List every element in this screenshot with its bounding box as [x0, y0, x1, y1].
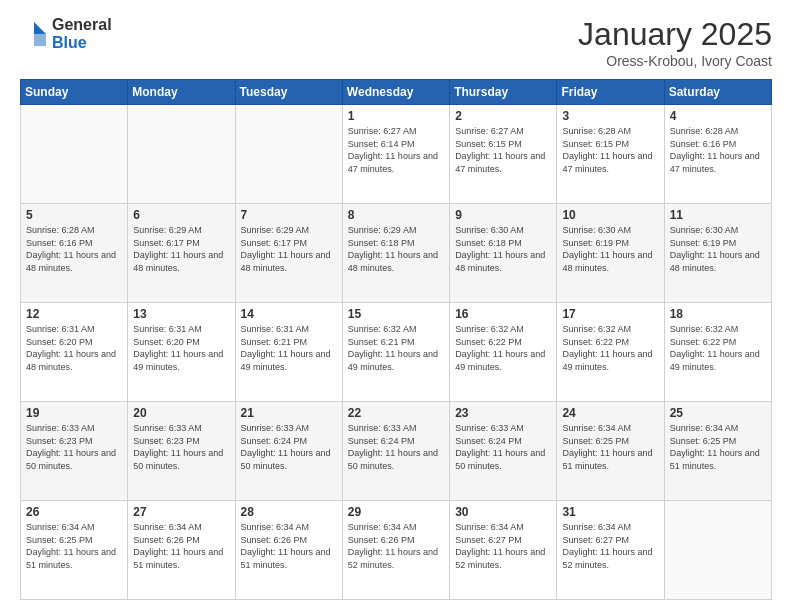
week-row-5: 26Sunrise: 6:34 AM Sunset: 6:25 PM Dayli… [21, 501, 772, 600]
day-info: Sunrise: 6:33 AM Sunset: 6:24 PM Dayligh… [241, 422, 337, 472]
calendar-cell: 4Sunrise: 6:28 AM Sunset: 6:16 PM Daylig… [664, 105, 771, 204]
logo-general-label: General [52, 16, 112, 34]
day-number: 30 [455, 505, 551, 519]
day-number: 10 [562, 208, 658, 222]
day-number: 7 [241, 208, 337, 222]
day-info: Sunrise: 6:34 AM Sunset: 6:26 PM Dayligh… [241, 521, 337, 571]
svg-marker-1 [34, 34, 46, 46]
day-number: 11 [670, 208, 766, 222]
calendar-cell: 30Sunrise: 6:34 AM Sunset: 6:27 PM Dayli… [450, 501, 557, 600]
day-number: 22 [348, 406, 444, 420]
header-wednesday: Wednesday [342, 80, 449, 105]
day-number: 26 [26, 505, 122, 519]
day-info: Sunrise: 6:34 AM Sunset: 6:27 PM Dayligh… [455, 521, 551, 571]
calendar-cell: 27Sunrise: 6:34 AM Sunset: 6:26 PM Dayli… [128, 501, 235, 600]
week-row-1: 1Sunrise: 6:27 AM Sunset: 6:14 PM Daylig… [21, 105, 772, 204]
day-info: Sunrise: 6:34 AM Sunset: 6:25 PM Dayligh… [562, 422, 658, 472]
calendar-cell: 24Sunrise: 6:34 AM Sunset: 6:25 PM Dayli… [557, 402, 664, 501]
header-tuesday: Tuesday [235, 80, 342, 105]
calendar-cell: 2Sunrise: 6:27 AM Sunset: 6:15 PM Daylig… [450, 105, 557, 204]
calendar-cell [21, 105, 128, 204]
calendar-cell: 23Sunrise: 6:33 AM Sunset: 6:24 PM Dayli… [450, 402, 557, 501]
calendar-cell: 9Sunrise: 6:30 AM Sunset: 6:18 PM Daylig… [450, 204, 557, 303]
day-info: Sunrise: 6:31 AM Sunset: 6:21 PM Dayligh… [241, 323, 337, 373]
calendar-cell: 11Sunrise: 6:30 AM Sunset: 6:19 PM Dayli… [664, 204, 771, 303]
calendar-cell: 16Sunrise: 6:32 AM Sunset: 6:22 PM Dayli… [450, 303, 557, 402]
calendar-cell: 8Sunrise: 6:29 AM Sunset: 6:18 PM Daylig… [342, 204, 449, 303]
day-info: Sunrise: 6:30 AM Sunset: 6:19 PM Dayligh… [562, 224, 658, 274]
calendar-cell: 13Sunrise: 6:31 AM Sunset: 6:20 PM Dayli… [128, 303, 235, 402]
day-number: 27 [133, 505, 229, 519]
day-info: Sunrise: 6:33 AM Sunset: 6:23 PM Dayligh… [133, 422, 229, 472]
day-number: 25 [670, 406, 766, 420]
day-number: 8 [348, 208, 444, 222]
day-number: 31 [562, 505, 658, 519]
calendar-cell: 20Sunrise: 6:33 AM Sunset: 6:23 PM Dayli… [128, 402, 235, 501]
calendar-cell: 31Sunrise: 6:34 AM Sunset: 6:27 PM Dayli… [557, 501, 664, 600]
calendar-cell: 17Sunrise: 6:32 AM Sunset: 6:22 PM Dayli… [557, 303, 664, 402]
svg-marker-0 [34, 22, 46, 34]
day-number: 29 [348, 505, 444, 519]
generalblue-logo-icon [20, 20, 48, 48]
calendar-cell: 10Sunrise: 6:30 AM Sunset: 6:19 PM Dayli… [557, 204, 664, 303]
header: General Blue January 2025 Oress-Krobou, … [20, 16, 772, 69]
calendar-cell: 26Sunrise: 6:34 AM Sunset: 6:25 PM Dayli… [21, 501, 128, 600]
day-info: Sunrise: 6:30 AM Sunset: 6:19 PM Dayligh… [670, 224, 766, 274]
calendar-cell [664, 501, 771, 600]
day-info: Sunrise: 6:34 AM Sunset: 6:25 PM Dayligh… [670, 422, 766, 472]
day-info: Sunrise: 6:30 AM Sunset: 6:18 PM Dayligh… [455, 224, 551, 274]
week-row-2: 5Sunrise: 6:28 AM Sunset: 6:16 PM Daylig… [21, 204, 772, 303]
day-number: 20 [133, 406, 229, 420]
calendar-cell: 7Sunrise: 6:29 AM Sunset: 6:17 PM Daylig… [235, 204, 342, 303]
day-info: Sunrise: 6:32 AM Sunset: 6:22 PM Dayligh… [455, 323, 551, 373]
logo-blue-label: Blue [52, 34, 112, 52]
week-row-4: 19Sunrise: 6:33 AM Sunset: 6:23 PM Dayli… [21, 402, 772, 501]
day-number: 28 [241, 505, 337, 519]
day-info: Sunrise: 6:31 AM Sunset: 6:20 PM Dayligh… [133, 323, 229, 373]
day-info: Sunrise: 6:27 AM Sunset: 6:15 PM Dayligh… [455, 125, 551, 175]
day-number: 9 [455, 208, 551, 222]
day-number: 14 [241, 307, 337, 321]
calendar-cell: 19Sunrise: 6:33 AM Sunset: 6:23 PM Dayli… [21, 402, 128, 501]
day-number: 21 [241, 406, 337, 420]
day-number: 5 [26, 208, 122, 222]
day-info: Sunrise: 6:29 AM Sunset: 6:17 PM Dayligh… [133, 224, 229, 274]
day-info: Sunrise: 6:27 AM Sunset: 6:14 PM Dayligh… [348, 125, 444, 175]
header-friday: Friday [557, 80, 664, 105]
header-saturday: Saturday [664, 80, 771, 105]
day-number: 17 [562, 307, 658, 321]
day-number: 4 [670, 109, 766, 123]
calendar-cell [128, 105, 235, 204]
calendar-cell: 22Sunrise: 6:33 AM Sunset: 6:24 PM Dayli… [342, 402, 449, 501]
calendar-title: January 2025 [578, 16, 772, 53]
header-sunday: Sunday [21, 80, 128, 105]
calendar-table: Sunday Monday Tuesday Wednesday Thursday… [20, 79, 772, 600]
day-number: 23 [455, 406, 551, 420]
calendar-cell: 29Sunrise: 6:34 AM Sunset: 6:26 PM Dayli… [342, 501, 449, 600]
calendar-cell: 6Sunrise: 6:29 AM Sunset: 6:17 PM Daylig… [128, 204, 235, 303]
day-number: 1 [348, 109, 444, 123]
calendar-cell: 5Sunrise: 6:28 AM Sunset: 6:16 PM Daylig… [21, 204, 128, 303]
calendar-cell: 15Sunrise: 6:32 AM Sunset: 6:21 PM Dayli… [342, 303, 449, 402]
day-number: 2 [455, 109, 551, 123]
day-info: Sunrise: 6:28 AM Sunset: 6:16 PM Dayligh… [26, 224, 122, 274]
day-info: Sunrise: 6:34 AM Sunset: 6:27 PM Dayligh… [562, 521, 658, 571]
calendar-cell: 12Sunrise: 6:31 AM Sunset: 6:20 PM Dayli… [21, 303, 128, 402]
day-number: 16 [455, 307, 551, 321]
day-info: Sunrise: 6:28 AM Sunset: 6:16 PM Dayligh… [670, 125, 766, 175]
day-info: Sunrise: 6:34 AM Sunset: 6:25 PM Dayligh… [26, 521, 122, 571]
day-info: Sunrise: 6:32 AM Sunset: 6:22 PM Dayligh… [670, 323, 766, 373]
day-info: Sunrise: 6:28 AM Sunset: 6:15 PM Dayligh… [562, 125, 658, 175]
day-info: Sunrise: 6:34 AM Sunset: 6:26 PM Dayligh… [348, 521, 444, 571]
day-info: Sunrise: 6:32 AM Sunset: 6:22 PM Dayligh… [562, 323, 658, 373]
day-info: Sunrise: 6:34 AM Sunset: 6:26 PM Dayligh… [133, 521, 229, 571]
day-number: 12 [26, 307, 122, 321]
week-row-3: 12Sunrise: 6:31 AM Sunset: 6:20 PM Dayli… [21, 303, 772, 402]
calendar-cell: 3Sunrise: 6:28 AM Sunset: 6:15 PM Daylig… [557, 105, 664, 204]
calendar-cell: 18Sunrise: 6:32 AM Sunset: 6:22 PM Dayli… [664, 303, 771, 402]
title-block: January 2025 Oress-Krobou, Ivory Coast [578, 16, 772, 69]
day-info: Sunrise: 6:32 AM Sunset: 6:21 PM Dayligh… [348, 323, 444, 373]
day-number: 18 [670, 307, 766, 321]
header-monday: Monday [128, 80, 235, 105]
day-info: Sunrise: 6:31 AM Sunset: 6:20 PM Dayligh… [26, 323, 122, 373]
